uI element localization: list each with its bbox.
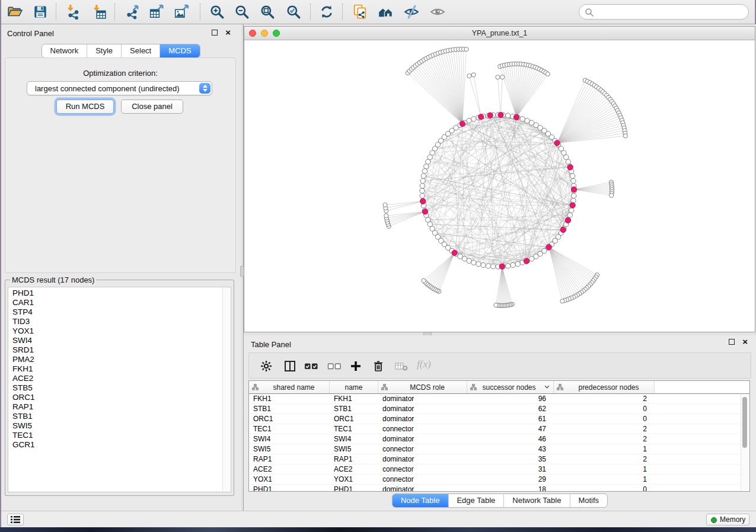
column-header-shared-name[interactable]: shared name <box>249 381 330 393</box>
table-scrollbar[interactable] <box>741 395 749 490</box>
refresh-icon <box>319 4 334 20</box>
table-row[interactable]: FKH1FKH1dominator962 <box>249 394 749 404</box>
mcds-node[interactable] <box>422 209 428 214</box>
table-scrollbar-thumb[interactable] <box>742 397 747 448</box>
table-row[interactable]: RAP1RAP1dominator352 <box>249 454 749 464</box>
close-panel-icon[interactable]: × <box>742 336 748 347</box>
tab-edge-table[interactable]: Edge Table <box>448 494 504 507</box>
task-history-button[interactable] <box>7 514 24 525</box>
table-row[interactable]: TEC1TEC1connector472 <box>249 424 749 434</box>
show-all-button[interactable] <box>430 4 445 20</box>
mcds-node[interactable] <box>571 187 576 192</box>
close-panel-icon[interactable]: × <box>225 27 231 38</box>
network-canvas[interactable] <box>244 40 755 332</box>
column-header-predecessor-nodes[interactable]: predecessor nodes <box>554 381 655 393</box>
mcds-node[interactable] <box>460 121 465 126</box>
mcds-node[interactable] <box>513 114 519 120</box>
search-box[interactable] <box>579 4 749 20</box>
column-header-successor-nodes[interactable]: successor nodes <box>467 381 554 393</box>
mcds-node[interactable] <box>420 198 426 204</box>
mcds-node[interactable] <box>452 250 457 255</box>
node-table: shared name name MCDS role successor nod… <box>248 380 750 492</box>
deselect-all-button[interactable] <box>327 360 340 373</box>
float-panel-icon[interactable] <box>212 30 218 36</box>
mcds-node[interactable] <box>499 264 505 269</box>
mcds-result-list[interactable]: PHD1CAR1STP4TID3YOX1SWI4SRD1PMA2FKH1ACE2… <box>8 289 222 492</box>
result-list-item[interactable]: SWI5 <box>8 421 222 431</box>
result-list-item[interactable]: PHD1 <box>8 289 222 298</box>
table-row[interactable]: SWI4SWI4dominator462 <box>249 434 749 444</box>
import-network-button[interactable] <box>65 4 81 20</box>
result-list-item[interactable]: STB1 <box>8 412 222 421</box>
column-header-name[interactable]: name <box>330 381 378 393</box>
table-row[interactable]: SWI5SWI5connector431 <box>249 444 749 454</box>
zoom-in-button[interactable] <box>209 4 225 20</box>
zoom-out-button[interactable] <box>234 4 250 20</box>
table-row[interactable]: PHD1PHD1dominator180 <box>249 485 749 492</box>
select-all-button[interactable] <box>304 360 317 373</box>
delete-column-button[interactable] <box>372 360 385 373</box>
copy-network-button[interactable] <box>352 4 368 20</box>
close-panel-button[interactable]: Close panel <box>121 100 183 114</box>
export-image-button[interactable] <box>174 4 189 20</box>
table-row[interactable]: YOX1YOX1connector291 <box>249 475 749 485</box>
show-column-button[interactable] <box>283 360 296 373</box>
mcds-node[interactable] <box>546 245 551 250</box>
mcds-node[interactable] <box>487 113 493 118</box>
result-list-item[interactable]: RAP1 <box>8 402 222 412</box>
zoom-selected-button[interactable] <box>286 4 301 20</box>
result-list-item[interactable]: GCR1 <box>8 440 222 450</box>
refresh-layout-button[interactable] <box>319 4 334 20</box>
table-row[interactable]: STB1STB1dominator620 <box>249 404 749 414</box>
save-session-button[interactable] <box>33 4 48 20</box>
mcds-node[interactable] <box>479 114 484 120</box>
run-mcds-button[interactable]: Run MCDS <box>56 100 114 114</box>
mcds-node[interactable] <box>554 140 560 146</box>
float-panel-icon[interactable] <box>729 339 735 345</box>
tab-network[interactable]: Network <box>42 44 87 57</box>
result-list-item[interactable]: SRD1 <box>8 345 222 355</box>
result-list-item[interactable]: CAR1 <box>8 298 222 307</box>
desktop-wallpaper <box>0 527 756 532</box>
search-input[interactable] <box>597 6 745 19</box>
result-list-item[interactable]: SWI4 <box>8 336 222 345</box>
import-table-button[interactable] <box>91 4 107 20</box>
home-neighbors-button[interactable] <box>378 4 393 20</box>
tab-network-table[interactable]: Network Table <box>504 494 570 507</box>
mcds-node[interactable] <box>560 227 566 232</box>
tab-select[interactable]: Select <box>122 44 160 57</box>
mcds-node[interactable] <box>570 203 575 208</box>
create-column-button[interactable] <box>349 360 362 373</box>
hide-selected-button[interactable] <box>404 4 419 20</box>
mcds-node[interactable] <box>524 258 529 264</box>
result-list-item[interactable]: YOX1 <box>8 326 222 336</box>
column-header-mcds-role[interactable]: MCDS role <box>378 381 467 393</box>
result-list-item[interactable]: ORC1 <box>8 393 222 402</box>
table-row[interactable]: ORC1ORC1dominator610 <box>249 414 749 424</box>
zoom-fit-button[interactable] <box>260 4 275 20</box>
result-list-item[interactable]: TEC1 <box>8 431 222 440</box>
result-list-item[interactable]: TID3 <box>8 317 222 326</box>
table-row[interactable]: ACE2ACE2connector311 <box>249 464 749 475</box>
export-network-button[interactable] <box>125 4 141 20</box>
mcds-node[interactable] <box>567 165 573 170</box>
table-settings-button[interactable] <box>260 360 273 373</box>
tab-style[interactable]: Style <box>87 44 122 57</box>
mcds-node[interactable] <box>498 112 503 117</box>
tab-node-table[interactable]: Node Table <box>393 494 449 507</box>
open-file-button[interactable] <box>7 4 23 20</box>
node-table-body: FKH1FKH1dominator962STB1STB1dominator620… <box>249 394 749 492</box>
result-list-scrollbar[interactable] <box>222 287 231 492</box>
memory-button[interactable]: Memory <box>706 514 749 525</box>
result-list-item[interactable]: FKH1 <box>8 364 222 374</box>
result-list-item[interactable]: ACE2 <box>8 374 222 383</box>
network-window-titlebar[interactable]: YPA_prune.txt_1 <box>244 27 755 40</box>
result-list-item[interactable]: STB5 <box>8 383 222 393</box>
optimization-dropdown[interactable]: largest connected component (undirected) <box>27 81 212 95</box>
result-list-item[interactable]: PMA2 <box>8 355 222 364</box>
result-list-item[interactable]: STP4 <box>8 307 222 317</box>
export-table-button[interactable] <box>149 4 164 20</box>
tab-motifs[interactable]: Motifs <box>570 494 607 507</box>
mcds-node[interactable] <box>565 217 570 223</box>
tab-mcds[interactable]: MCDS <box>160 44 199 57</box>
